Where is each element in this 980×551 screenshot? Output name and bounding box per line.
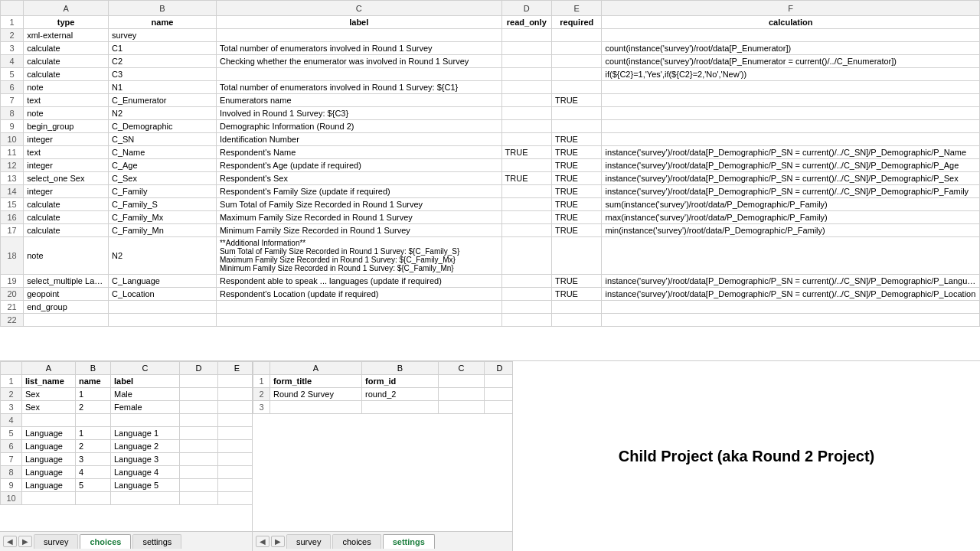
row-num: 18 — [1, 237, 24, 275]
cell-a: text — [24, 146, 109, 159]
row-num: 2 — [1, 29, 24, 42]
bl-tab-nav-right[interactable]: ▶ — [18, 536, 32, 547]
cell-e — [552, 29, 602, 42]
cell-a: Round 2 Survey — [270, 388, 362, 401]
bm-tab-nav-right[interactable]: ▶ — [271, 536, 285, 547]
bl-tab-nav-left[interactable]: ◀ — [3, 536, 17, 547]
cell-b: C_Enumerator — [108, 94, 216, 107]
header-readonly: read_only — [501, 16, 551, 29]
cell-e — [218, 453, 253, 466]
list-item: 3Sex2Female — [1, 401, 253, 414]
cell-b: C_Language — [108, 275, 216, 288]
cell-a — [22, 414, 76, 427]
list-item: 6Language2Language 2 — [1, 440, 253, 453]
cell-b: round_2 — [362, 388, 439, 401]
cell-d — [180, 401, 218, 414]
cell-d — [485, 401, 513, 414]
cell-a: Sex — [22, 401, 76, 414]
bm-tab-survey[interactable]: survey — [286, 534, 331, 549]
row-num: 2 — [253, 388, 270, 401]
row-num: 10 — [1, 492, 22, 505]
bm-tab-nav-left[interactable]: ◀ — [256, 536, 270, 547]
cell-f — [602, 120, 980, 133]
cell-f: count(instance('survey')/root/data[P_Enu… — [602, 42, 980, 55]
cell-e: TRUE — [552, 172, 602, 185]
cell-e — [218, 388, 253, 401]
cell-a: select_one Sex — [24, 172, 109, 185]
cell-b: 2 — [76, 401, 111, 414]
cell-a: Language — [22, 440, 76, 453]
bl-tab-choices[interactable]: choices — [80, 534, 131, 549]
cell-d — [501, 29, 551, 42]
cell-f: instance('survey')/root/data[P_Demograph… — [602, 146, 980, 159]
cell-a: calculate — [24, 224, 109, 237]
cell-c: Respondent's Family Size (update if requ… — [216, 185, 501, 198]
cell-d: TRUE — [501, 146, 551, 159]
top-spreadsheet: A B C D E F 1 type name label read_only … — [0, 0, 980, 361]
table-row: 20geopointC_LocationRespondent's Locatio… — [1, 288, 980, 301]
cell-a: calculate — [24, 68, 109, 81]
cell-d — [501, 120, 551, 133]
bottom-left-body: 2Sex1Male3Sex2Female45Language1Language … — [1, 388, 253, 505]
cell-a: integer — [24, 133, 109, 146]
cell-f — [602, 314, 980, 327]
bottom-mid-sheet-area: A B C D 1 form_title form_id 2Round 2 Su… — [253, 361, 512, 531]
cell-e — [218, 401, 253, 414]
row-num: 13 — [1, 172, 24, 185]
corner-cell — [1, 1, 24, 16]
cell-c: Female — [111, 401, 180, 414]
cell-e: TRUE — [552, 288, 602, 301]
cell-a: Language — [22, 427, 76, 440]
list-item: 2Round 2 Surveyround_2 — [253, 388, 513, 401]
cell-e — [552, 120, 602, 133]
row-num: 20 — [1, 288, 24, 301]
bottom-mid-sheet: A B C D 1 form_title form_id 2Round 2 Su… — [253, 361, 513, 551]
bm-tab-settings[interactable]: settings — [383, 534, 435, 549]
row-num: 10 — [1, 133, 24, 146]
bottom-mid-data-header: 1 form_title form_id — [253, 375, 513, 388]
cell-a: xml-external — [24, 29, 109, 42]
cell-c — [439, 401, 485, 414]
bl-tab-survey[interactable]: survey — [34, 534, 78, 549]
cell-b: C_Location — [108, 288, 216, 301]
table-row: 21end_group — [1, 301, 980, 314]
cell-c: Respondent's Age (update if required) — [216, 159, 501, 172]
cell-c: Minimum Family Size Recorded in Round 1 … — [216, 224, 501, 237]
cell-b: C2 — [108, 55, 216, 68]
bl-tab-settings[interactable]: settings — [132, 534, 181, 549]
cell-c: Language 2 — [111, 440, 180, 453]
table-row: 19select_multiple LanguageC_LanguageResp… — [1, 275, 980, 288]
bottom-left-col-header: A B C D E — [1, 362, 253, 375]
table-row: 12integerC_AgeRespondent's Age (update i… — [1, 159, 980, 172]
cell-a: select_multiple Language — [24, 275, 109, 288]
cell-c: Maximum Family Size Recorded in Round 1 … — [216, 211, 501, 224]
bm-tab-choices[interactable]: choices — [332, 534, 381, 549]
bottom-mid-table: A B C D 1 form_title form_id 2Round 2 Su… — [253, 361, 512, 414]
cell-a: integer — [24, 159, 109, 172]
list-item: 4 — [1, 414, 253, 427]
cell-b — [76, 414, 111, 427]
bottom-left-sheet: A B C D E 1 list_name name label — [0, 361, 253, 551]
cell-d — [501, 185, 551, 198]
cell-d — [501, 314, 551, 327]
cell-d — [180, 466, 218, 479]
col-header-a: A — [24, 1, 109, 16]
list-item: 5Language1Language 1 — [1, 427, 253, 440]
cell-b: C_SN — [108, 133, 216, 146]
cell-d — [501, 211, 551, 224]
cell-c: **Additional Information** Sum Total of … — [216, 237, 501, 275]
col-header-b: B — [108, 1, 216, 16]
cell-d — [501, 81, 551, 94]
cell-b: C_Sex — [108, 172, 216, 185]
cell-d — [180, 440, 218, 453]
cell-b: C_Family_Mx — [108, 211, 216, 224]
cell-f: instance('survey')/root/data[P_Demograph… — [602, 159, 980, 172]
bottom-left-table: A B C D E 1 list_name name label — [0, 361, 252, 505]
row-num: 8 — [1, 466, 22, 479]
cell-d — [501, 107, 551, 120]
table-row: 5calculateC3if(${C2}=1,'Yes',if(${C2}=2,… — [1, 68, 980, 81]
col-header-d: D — [501, 1, 551, 16]
cell-d — [501, 159, 551, 172]
header-calculation: calculation — [602, 16, 980, 29]
col-header-row: A B C D E F — [1, 1, 980, 16]
